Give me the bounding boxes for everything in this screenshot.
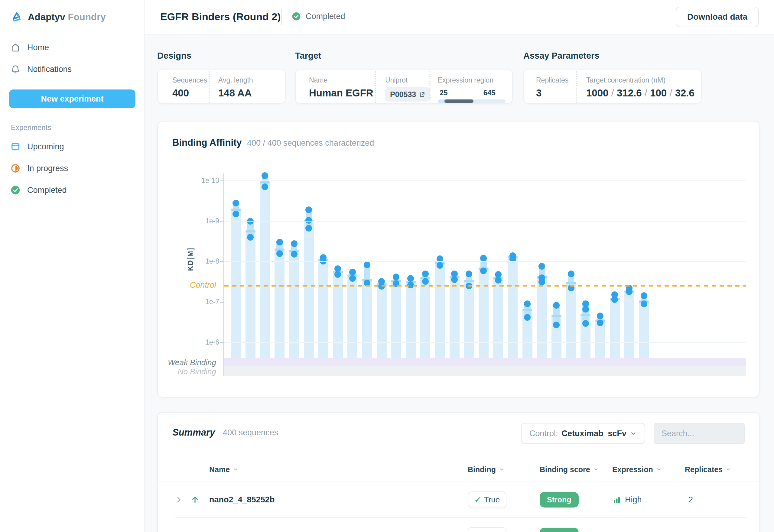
avg-length-value: 148 AA (218, 87, 253, 99)
control-select[interactable]: Control: Cetuximab_scFv (521, 423, 645, 444)
target-card: Name Human EGFR Uniprot P00533 Expressio… (295, 69, 513, 104)
column-header-name[interactable]: Name (209, 465, 468, 474)
new-experiment-button[interactable]: New experiment (9, 89, 135, 108)
half-circle-icon (10, 163, 21, 174)
sidebar-item-home[interactable]: Home (10, 42, 49, 53)
affinity-bar[interactable] (508, 257, 518, 358)
sequence-name[interactable]: nano2_4_85252b (209, 495, 468, 504)
affinity-bar[interactable] (639, 301, 649, 358)
control-label: Control (168, 281, 216, 290)
affinity-bar[interactable] (464, 281, 474, 358)
summary-title: Summary (172, 427, 215, 438)
table-row[interactable]: nano2_2_7ef96e✓ TrueStrongHigh2 (175, 518, 747, 532)
column-header-binding-score[interactable]: Binding score (540, 465, 612, 474)
no-binding-zone (224, 366, 746, 376)
divider (375, 71, 376, 103)
avg-length-label: Avg. length (218, 76, 253, 84)
brand-name: Adaptyv Foundry (28, 12, 106, 23)
replicate-dot (538, 279, 545, 285)
divider (576, 71, 577, 103)
binding-score-badge: Strong (540, 528, 579, 532)
expression-cell: High (612, 531, 685, 532)
bar-cap (581, 314, 590, 316)
affinity-bar[interactable] (493, 278, 503, 358)
affinity-bar[interactable] (333, 272, 343, 358)
designs-section-label: Designs (157, 51, 191, 61)
page-title: EGFR Binders (Round 2) (160, 11, 281, 23)
sidebar: Adaptyv Foundry Home Notifications New e… (0, 0, 145, 532)
sidebar-item-notifications[interactable]: Notifications (10, 64, 72, 74)
chevron-down-icon (726, 467, 731, 472)
affinity-bar[interactable] (537, 277, 547, 358)
sidebar-item-label: Notifications (27, 65, 72, 74)
expression-fill-segment (444, 99, 473, 103)
replicate-dot (495, 277, 502, 284)
adaptyv-logo-icon (10, 11, 23, 24)
sidebar-item-completed[interactable]: Completed (10, 185, 67, 195)
replicate-dot (553, 302, 560, 309)
search-box (654, 423, 745, 444)
affinity-bar[interactable] (391, 281, 401, 358)
affinity-bar[interactable] (231, 210, 241, 358)
replicate-dot (582, 320, 589, 327)
affinity-bar[interactable] (406, 282, 416, 358)
binding-pill: ✓ True (468, 491, 506, 508)
affinity-bar[interactable] (304, 221, 314, 358)
uniprot-link[interactable]: P00533 (385, 87, 430, 102)
affinity-bar[interactable] (610, 299, 620, 358)
weak-binding-zone (224, 358, 746, 366)
concentration-value: 1000 / 312.6 / 100 / 32.6 (586, 87, 694, 99)
sidebar-item-label: Home (27, 43, 49, 52)
replicate-dot (276, 250, 283, 257)
external-link-icon (419, 92, 425, 98)
binding-affinity-card: Binding Affinity 400 / 400 sequences cha… (157, 121, 759, 397)
column-header-expression[interactable]: Expression (612, 465, 685, 474)
affinity-bar[interactable] (435, 263, 445, 358)
expand-row-chevron-icon[interactable] (175, 496, 190, 504)
sequence-name[interactable]: nano2_2_7ef96e (209, 531, 468, 532)
bar-cap (551, 315, 561, 317)
sequences-value: 400 (172, 87, 207, 99)
affinity-bar[interactable] (260, 183, 270, 358)
replicate-dot (466, 271, 472, 277)
bars-icon (612, 495, 621, 504)
summary-card: Summary 400 sequences Control: Cetuximab… (157, 412, 759, 532)
sidebar-item-label: Upcoming (27, 142, 64, 151)
search-input[interactable] (662, 429, 737, 438)
affinity-bar[interactable] (420, 278, 430, 358)
download-data-button[interactable]: Download data (676, 7, 759, 27)
status-label: Completed (306, 12, 345, 21)
affinity-bar[interactable] (347, 275, 357, 358)
expression-end: 645 (483, 89, 496, 97)
replicate-dot (262, 183, 268, 190)
assay-card: Replicates 3 Target concentration (nM) 1… (523, 69, 702, 104)
bell-icon (10, 64, 21, 74)
y-tick-label: 1e-10 (183, 177, 219, 185)
column-header-binding[interactable]: Binding (468, 465, 540, 474)
affinity-bar[interactable] (479, 269, 489, 358)
affinity-bar[interactable] (595, 321, 605, 358)
replicate-dot (538, 263, 545, 270)
affinity-bar[interactable] (362, 280, 372, 358)
concentration-label: Target concentration (nM) (586, 76, 694, 84)
expression-region-label: Expression region (438, 76, 506, 84)
replicate-dot (247, 234, 254, 241)
affinity-bar[interactable] (377, 284, 387, 358)
bars-icon (612, 531, 621, 532)
column-header-replicates[interactable]: Replicates (685, 465, 747, 474)
replicate-dot (582, 306, 589, 313)
affinity-bar[interactable] (566, 283, 576, 358)
tick-mark (220, 302, 224, 303)
affinity-bar[interactable] (318, 260, 328, 358)
tick-mark (220, 261, 224, 262)
sidebar-item-upcoming[interactable]: Upcoming (10, 141, 64, 152)
replicate-dot (641, 292, 647, 299)
check-icon: ✓ (474, 495, 481, 504)
affinity-bar[interactable] (246, 232, 255, 358)
table-row[interactable]: nano2_4_85252b✓ TrueStrongHigh2 (175, 482, 747, 518)
sidebar-item-in-progress[interactable]: In progress (10, 163, 68, 174)
affinity-bar[interactable] (450, 277, 460, 358)
chevron-down-icon (630, 430, 637, 437)
chevron-down-icon (233, 467, 238, 472)
brand[interactable]: Adaptyv Foundry (10, 11, 106, 24)
